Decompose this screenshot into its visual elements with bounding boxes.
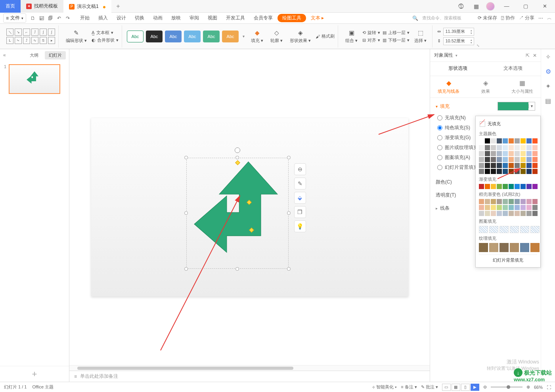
color-cell[interactable] xyxy=(479,145,484,150)
zoom-slider[interactable] xyxy=(491,386,522,388)
format-painter-button[interactable]: 🖌 格式刷 xyxy=(316,33,335,39)
color-cell[interactable] xyxy=(503,151,508,156)
resize-handle-se[interactable] xyxy=(287,267,291,271)
float-copy-button[interactable]: ❐ xyxy=(294,206,306,218)
ribbon-collapse-icon[interactable]: ︿ xyxy=(547,15,552,21)
section-collapse-icon[interactable]: ▾ xyxy=(436,104,438,109)
style-preset-1[interactable]: Abc xyxy=(127,31,144,42)
color-cell[interactable] xyxy=(515,205,520,210)
color-cell[interactable] xyxy=(515,184,520,189)
notes-toggle[interactable]: ≡ 备注 ▾ xyxy=(401,384,417,390)
size-dialog-launcher[interactable]: ⤡ xyxy=(477,44,480,48)
texture-fill-grid[interactable] xyxy=(479,243,537,252)
color-cell[interactable] xyxy=(532,169,538,174)
color-cell[interactable] xyxy=(485,205,490,210)
color-cell[interactable] xyxy=(497,157,502,162)
texture-cell[interactable] xyxy=(530,243,540,252)
side-settings-icon[interactable]: ⚙ xyxy=(545,68,551,75)
color-cell[interactable] xyxy=(532,151,538,156)
tab-templates[interactable]: ✦ 找稻壳模板 xyxy=(21,0,63,13)
color-cell[interactable] xyxy=(526,199,532,204)
color-cell[interactable] xyxy=(497,163,502,168)
menu-transition[interactable]: 切换 xyxy=(131,13,148,23)
color-cell[interactable] xyxy=(485,151,490,156)
color-cell[interactable] xyxy=(479,169,484,174)
color-cell[interactable] xyxy=(526,163,532,168)
group-button[interactable]: ▣组合 ▾ xyxy=(343,28,360,44)
color-cell[interactable] xyxy=(485,145,490,150)
menu-animation[interactable]: 动画 xyxy=(149,13,166,23)
color-cell[interactable] xyxy=(503,157,508,162)
align-button[interactable]: ⊟ 对齐 ▾ xyxy=(362,37,380,43)
color-cell[interactable] xyxy=(485,199,490,204)
outline-tab-slides[interactable]: 幻灯片 xyxy=(45,51,66,59)
side-layers-icon[interactable]: ▤ xyxy=(545,97,551,105)
color-cell[interactable] xyxy=(485,211,490,216)
qat-redo-icon[interactable]: ↷ xyxy=(64,15,71,22)
color-cell[interactable] xyxy=(509,163,514,168)
color-cell[interactable] xyxy=(509,205,514,210)
color-cell[interactable] xyxy=(509,138,514,143)
menu-start[interactable]: 开始 xyxy=(76,13,94,23)
merge-shapes-button[interactable]: ◐ 合并形状 ▾ xyxy=(92,37,119,43)
share-button[interactable]: ↗ 分享 xyxy=(519,15,534,21)
float-bucket-button[interactable]: ⬙ xyxy=(294,192,306,204)
color-cell[interactable] xyxy=(532,205,538,210)
resize-handle-sw[interactable] xyxy=(184,267,188,271)
color-cell[interactable] xyxy=(521,151,526,156)
color-cell[interactable] xyxy=(497,205,502,210)
color-cell[interactable] xyxy=(503,145,508,150)
add-slide-button[interactable]: + xyxy=(0,366,69,382)
texture-cell[interactable] xyxy=(479,243,488,252)
color-cell[interactable] xyxy=(526,184,532,189)
color-cell[interactable] xyxy=(491,211,496,216)
color-cell[interactable] xyxy=(532,184,538,189)
menu-insert[interactable]: 插入 xyxy=(94,13,112,23)
texture-cell[interactable] xyxy=(489,243,498,252)
color-cell[interactable] xyxy=(509,145,514,150)
color-cell[interactable] xyxy=(491,169,496,174)
color-cell[interactable] xyxy=(497,184,502,189)
view-slideshow[interactable]: ▶ xyxy=(471,384,479,391)
textbox-button[interactable]: A̲ 文本框 ▾ xyxy=(92,30,119,36)
command-search[interactable]: 查找命令、搜索模板 xyxy=(422,15,474,21)
theme-color-row[interactable] xyxy=(479,138,537,143)
color-cell[interactable] xyxy=(521,211,526,216)
prop-tab-shape[interactable]: 形状选项 xyxy=(430,62,486,76)
height-input[interactable]: 10.52厘米▴▾ xyxy=(443,37,474,45)
float-pen-button[interactable]: ✎ xyxy=(294,178,306,189)
send-backward-button[interactable]: ▥ 下移一层 ▾ xyxy=(383,37,410,43)
style-preset-3[interactable]: Abc xyxy=(165,31,182,42)
resize-handle-s[interactable] xyxy=(235,267,239,271)
subtab-effects[interactable]: ◈效果 xyxy=(467,76,504,98)
color-cell[interactable] xyxy=(509,151,514,156)
color-cell[interactable] xyxy=(497,138,502,143)
color-cell[interactable] xyxy=(479,163,484,168)
color-cell[interactable] xyxy=(532,199,538,204)
color-cell[interactable] xyxy=(503,205,508,210)
color-cell[interactable] xyxy=(509,169,514,174)
user-avatar[interactable] xyxy=(486,2,495,11)
view-normal[interactable]: ▭ xyxy=(442,384,451,391)
color-cell[interactable] xyxy=(521,138,526,143)
gradient-color-row[interactable] xyxy=(479,184,537,189)
color-cell[interactable] xyxy=(497,211,502,216)
menu-review[interactable]: 审阅 xyxy=(186,13,203,23)
menu-text-tools[interactable]: 文本 ▸ xyxy=(307,13,328,23)
color-cell[interactable] xyxy=(485,163,490,168)
fill-color-dropdown[interactable]: ▼ xyxy=(498,102,535,111)
fit-screen[interactable]: ⛶ xyxy=(547,385,551,390)
color-cell[interactable] xyxy=(503,169,508,174)
prop-close-icon[interactable]: ✕ xyxy=(533,53,537,58)
color-cell[interactable] xyxy=(503,199,508,204)
style-gallery-more[interactable]: ▾ xyxy=(241,34,246,38)
color-cell[interactable] xyxy=(485,138,490,143)
comments-toggle[interactable]: ✎ 批注 ▾ xyxy=(421,384,438,390)
qat-save-icon[interactable]: 🗋 xyxy=(29,15,36,22)
view-sorter[interactable]: ▦ xyxy=(452,384,460,391)
color-cell[interactable] xyxy=(521,157,526,162)
menu-view[interactable]: 视图 xyxy=(204,13,221,23)
select-button[interactable]: ⬚选择 ▾ xyxy=(412,28,429,44)
window-minimize[interactable]: — xyxy=(500,1,514,12)
color-cell[interactable] xyxy=(479,157,484,162)
